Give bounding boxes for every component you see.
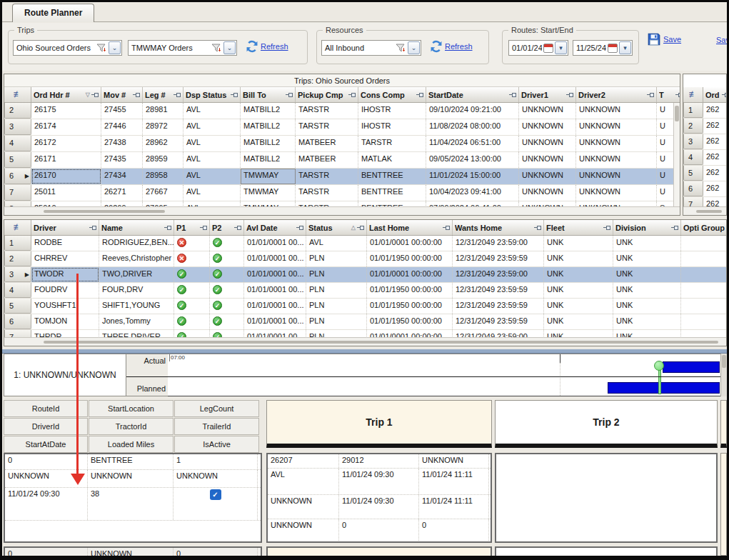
grid-cell[interactable]: FOUR,DRV	[99, 283, 174, 298]
grid-cell[interactable]: 27434	[101, 169, 143, 184]
scrollbar-thumb[interactable]	[44, 341, 718, 344]
calendar-icon[interactable]	[543, 44, 553, 53]
table-row[interactable]: 7250112627127667AVLTMWMAYTARSTRBENTTREE1…	[4, 185, 680, 201]
grid-cell[interactable]: 01/01/0001 00:00:00	[367, 267, 453, 282]
grid-cell[interactable]: 01/01/0001 00...	[244, 283, 306, 298]
grid-cell[interactable]: UNKNOWN	[519, 152, 576, 168]
grid-cell[interactable]: AVL	[183, 119, 241, 135]
save-link[interactable]: Sav	[716, 36, 729, 44]
pin-icon[interactable]	[133, 92, 140, 98]
grid-cell[interactable]: 01/01/1950 00:00:00	[367, 299, 453, 314]
grid-cell[interactable]: YOUSHFT1	[31, 299, 99, 314]
column-header[interactable]: P2	[210, 220, 244, 235]
grid-cell[interactable]: AVL	[183, 169, 241, 184]
table-row[interactable]: 6TOMJONJones,Tommy✓✓01/01/0001 00...PLN0…	[4, 314, 726, 330]
row-number-button[interactable]: 2	[683, 119, 703, 134]
grid-cell[interactable]: 27435	[101, 152, 143, 168]
grid-cell[interactable]	[681, 267, 726, 282]
column-header[interactable]: Division	[613, 220, 681, 235]
row-number-button[interactable]: 5	[4, 299, 31, 314]
grid-cell[interactable]: UNK	[544, 314, 613, 329]
column-header[interactable]: P1	[174, 220, 210, 235]
grid-cell[interactable]: AVL	[183, 103, 241, 119]
grid-cell[interactable]: AVL	[183, 152, 241, 168]
grid-cell[interactable]: 12/31/2049 23:59:59	[453, 251, 544, 266]
grid-cell[interactable]: UNKNOWN	[576, 152, 657, 168]
chevron-down-icon[interactable]: ⌄	[109, 41, 121, 54]
table-row[interactable]: 5YOUSHFT1SHIFT1,YOUNG✓✓01/01/0001 00...P…	[4, 299, 726, 314]
table-row[interactable]: 4FOUDRVFOUR,DRV✓✓01/01/0001 00...PLN01/0…	[4, 283, 726, 299]
grid-cell[interactable]: UNKNOWN	[519, 185, 576, 201]
grid-cell[interactable]: 262	[703, 150, 726, 165]
pin-icon[interactable]	[603, 225, 610, 231]
grid-cell[interactable]: MATBEER	[296, 136, 358, 151]
grid-cell[interactable]: 11/01/2024 15:00:00	[426, 169, 519, 184]
column-header[interactable]: Avl Date	[244, 220, 306, 235]
scrollbar-thumb[interactable]	[44, 210, 165, 213]
grid-cell[interactable]: 12/31/2049 23:59:59	[453, 299, 544, 314]
table-row[interactable]: 4262	[683, 150, 726, 166]
planned-trip-bar[interactable]	[608, 382, 720, 394]
grid-cell[interactable]: 26171	[31, 152, 101, 168]
grid-cell[interactable]: 01/01/0001 00...	[244, 299, 306, 314]
row-selector-icon[interactable]: ≢	[4, 87, 31, 102]
grid-cell[interactable]: TARSTR	[358, 136, 426, 151]
grid-cell[interactable]	[681, 314, 726, 329]
chevron-down-icon[interactable]: ⌄	[408, 41, 420, 54]
grid-cell[interactable]: UNK	[544, 236, 613, 251]
column-header[interactable]: Leg #	[143, 87, 183, 102]
grid-cell[interactable]: UNKNOWN	[576, 103, 657, 119]
grid-cell[interactable]: 01/01/0001 00...	[244, 267, 306, 282]
grid-cell[interactable]: 09/10/2024 09:21:00	[426, 103, 519, 119]
trips-filter-combo-1[interactable]: Ohio Sourced Orders ⌄	[13, 40, 122, 56]
grid-cell[interactable]: ✕	[174, 236, 210, 251]
grid-cell[interactable]: UNKNOWN	[576, 136, 657, 151]
grid-cell[interactable]: 09/05/2024 13:00:00	[426, 152, 519, 168]
route-start-date-picker[interactable]: 01/01/24 ▾	[508, 40, 568, 56]
grid-cell[interactable]: UNK	[544, 283, 613, 298]
route-end-date-picker[interactable]: 11/25/24 ▾	[573, 40, 633, 56]
pin-icon[interactable]	[89, 225, 96, 231]
row-number-button[interactable]: 3▶	[4, 267, 31, 282]
chevron-down-icon[interactable]: ▾	[619, 41, 631, 54]
actual-trip-bar[interactable]	[663, 361, 720, 373]
grid-cell[interactable]: UNK	[613, 314, 681, 329]
tab-route-planner[interactable]: Route Planner	[12, 4, 94, 22]
horizontal-scrollbar[interactable]	[4, 337, 726, 346]
grid-cell[interactable]: PLN	[306, 251, 367, 266]
column-header[interactable]: Ord	[703, 87, 726, 102]
grid-cell[interactable]: TOMJON	[31, 314, 99, 329]
row-number-button[interactable]: 4	[683, 150, 703, 165]
table-row[interactable]: 3261742744628972AVLMATBILL2TARSTRIHOSTR1…	[4, 119, 680, 136]
row-number-button[interactable]: 2	[4, 103, 31, 119]
grid-cell[interactable]: UNKNOWN	[576, 119, 657, 135]
grid-cell[interactable]: 01/01/1950 00:00:00	[367, 283, 453, 298]
grid-cell[interactable]: UNK	[613, 299, 681, 314]
row-number-button[interactable]: 5	[4, 152, 31, 168]
row-number-button[interactable]: 6	[683, 181, 703, 196]
grid-cell[interactable]: ✓	[210, 314, 244, 329]
row-number-button[interactable]: 1	[4, 236, 31, 251]
grid-cell[interactable]: 28972	[143, 119, 183, 135]
column-header[interactable]: Driver2	[576, 87, 657, 102]
table-row[interactable]: 6262	[683, 181, 726, 197]
scrollbar-thumb[interactable]	[696, 210, 722, 213]
grid-cell[interactable]: ✓	[174, 314, 210, 329]
grid-cell[interactable]: 12/31/2049 23:59:00	[453, 267, 544, 282]
grid-cell[interactable]: PLN	[306, 267, 367, 282]
pin-icon[interactable]	[357, 225, 364, 231]
row-number-button[interactable]: 7	[4, 185, 31, 201]
isactive-checkbox[interactable]: ✓	[210, 489, 221, 500]
pin-icon[interactable]	[647, 92, 654, 98]
grid-cell[interactable]: 12/31/2049 23:59:59	[453, 314, 544, 329]
grid-cell[interactable]	[681, 299, 726, 314]
chevron-down-icon[interactable]: ▾	[555, 41, 567, 54]
grid-cell[interactable]: 12/31/2049 23:59:00	[453, 236, 544, 251]
chevron-down-icon[interactable]: ⌄	[223, 41, 236, 54]
column-header[interactable]: Last Home	[367, 220, 453, 235]
grid-cell[interactable]: ✓	[174, 283, 210, 298]
grid-cell[interactable]: MATBILL2	[241, 119, 296, 135]
save-button-2[interactable]: Sav	[716, 36, 729, 44]
pin-icon[interactable]	[231, 92, 238, 98]
grid-cell[interactable]: 01/01/0001 00:00:00	[367, 236, 453, 251]
